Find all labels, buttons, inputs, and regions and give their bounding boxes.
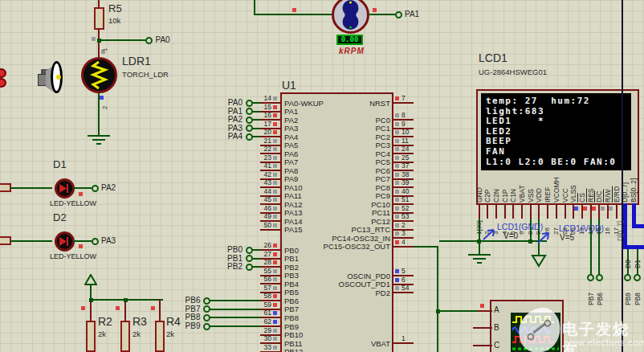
- wire[interactable]: [98, 0, 100, 9]
- wire[interactable]: [437, 246, 438, 313]
- pin-stub[interactable]: [260, 229, 281, 231]
- pin-stub[interactable]: [393, 342, 414, 344]
- lcd-pin-c1n: C1N: [509, 189, 517, 203]
- ground-icon: [86, 135, 112, 151]
- wire[interactable]: [159, 299, 161, 321]
- wire[interactable]: [473, 327, 492, 329]
- terminal-pb7[interactable]: [203, 305, 210, 313]
- wire[interactable]: [437, 310, 438, 352]
- pin-state-square: [273, 173, 277, 177]
- voltage-probe-arrow-icon[interactable]: [482, 227, 498, 244]
- terminal-pb9[interactable]: [624, 274, 631, 281]
- resistor-r5[interactable]: [94, 7, 104, 30]
- r3-ref: R3: [132, 315, 147, 328]
- pin-stub[interactable]: [393, 102, 414, 104]
- wire[interactable]: [124, 299, 126, 321]
- pin-state-square: [395, 147, 399, 151]
- pin-stub[interactable]: [393, 292, 414, 293]
- pin-number: 53: [401, 212, 409, 220]
- torch-adjust-down-knob[interactable]: [0, 78, 6, 88]
- pin-number: 55: [246, 267, 271, 275]
- pin-number: 49: [246, 212, 271, 220]
- pin-stub[interactable]: [487, 204, 488, 219]
- pin-stub[interactable]: [479, 204, 480, 219]
- wire[interactable]: [10, 240, 52, 242]
- terminal-pb9[interactable]: [203, 323, 210, 330]
- wire[interactable]: [10, 187, 52, 189]
- pin-state-square: [574, 207, 578, 211]
- lcd-pin-c2n: C2N: [492, 189, 500, 203]
- junction-dot: [97, 39, 101, 43]
- lcd-pin-vdd: VDD: [535, 188, 543, 203]
- terminal-label: PA1: [212, 107, 243, 116]
- u1-pin-pa8: PA8: [284, 166, 298, 175]
- terminal-pa1[interactable]: [395, 11, 402, 18]
- pin-number: 5: [401, 267, 406, 275]
- terminal-pb8[interactable]: [634, 274, 641, 281]
- resistor-left-d1[interactable]: [0, 183, 11, 192]
- pin-stub[interactable]: [495, 204, 497, 219]
- pin-state-square: [273, 320, 277, 324]
- pin-stub[interactable]: [538, 204, 540, 219]
- ldr1-photoresistor[interactable]: [81, 57, 117, 93]
- lcd-pin-res: RES: [587, 189, 595, 203]
- terminal-pa0[interactable]: [145, 37, 153, 44]
- u1-pin-pc0: PC0: [313, 116, 390, 125]
- motor[interactable]: [332, 0, 369, 34]
- lcd-pin-dc: D/C: [595, 190, 603, 203]
- pin-stub[interactable]: [565, 204, 566, 219]
- wire[interactable]: [100, 39, 146, 41]
- wire[interactable]: [98, 93, 100, 136]
- r2-ref: R2: [98, 315, 112, 328]
- bus-wire[interactable]: [632, 224, 644, 228]
- pin-number: 1: [401, 334, 406, 342]
- lcd-pin-number: 8: [527, 231, 534, 235]
- pin-number: 50: [246, 221, 271, 229]
- voltage-probe-arrow-icon[interactable]: [536, 230, 552, 248]
- torch-adjust-up-knob[interactable]: [0, 68, 6, 78]
- pin-stub[interactable]: [393, 246, 414, 248]
- wire[interactable]: [473, 345, 492, 346]
- terminal-pb6[interactable]: [596, 274, 603, 281]
- resistor-r4[interactable]: [155, 321, 165, 352]
- pin-stub[interactable]: [616, 204, 618, 219]
- wire[interactable]: [73, 240, 92, 242]
- led-d2[interactable]: [55, 231, 75, 252]
- pin-stub[interactable]: [521, 204, 523, 219]
- terminal-label: PA1: [405, 10, 419, 18]
- pin-stub[interactable]: [504, 204, 506, 219]
- resistor-left-d2[interactable]: [0, 236, 11, 245]
- pin-number: 2: [401, 221, 406, 229]
- lcd-pin-c2p: C2P: [483, 189, 491, 203]
- resistor-r2[interactable]: [86, 321, 96, 352]
- pin-stub[interactable]: [530, 204, 532, 219]
- terminal-pa3[interactable]: [92, 238, 99, 245]
- wire[interactable]: [478, 310, 492, 312]
- junction-dot: [436, 309, 440, 313]
- u1-pin-pc10: PC10: [313, 200, 390, 209]
- wire[interactable]: [437, 310, 481, 312]
- wire[interactable]: [254, 14, 332, 15]
- led-d1[interactable]: [55, 178, 75, 199]
- pin-state-square: [395, 139, 399, 143]
- ldr-zigzag-icon: [84, 59, 115, 91]
- pin-stub[interactable]: [547, 204, 548, 219]
- wire[interactable]: [90, 299, 92, 321]
- lcd-bus-pin: BS[0..2]: [630, 178, 638, 203]
- resistor-r3[interactable]: [120, 321, 130, 352]
- terminal-pa2[interactable]: [92, 185, 99, 192]
- wire[interactable]: [369, 14, 395, 15]
- bus-wire[interactable]: [623, 245, 644, 249]
- pin-state-square: [273, 156, 277, 160]
- junction-dot: [124, 298, 128, 302]
- pin-stub[interactable]: [512, 204, 514, 219]
- terminal-pb6[interactable]: [203, 297, 210, 305]
- terminal-pb7[interactable]: [587, 274, 594, 281]
- wire[interactable]: [412, 246, 438, 248]
- pin-state-square: [583, 207, 587, 211]
- terminal-pb8[interactable]: [203, 314, 210, 321]
- u1-pin-pd2: PD2: [313, 289, 390, 297]
- wire[interactable]: [98, 28, 100, 59]
- pin-stub[interactable]: [556, 204, 557, 219]
- wire[interactable]: [73, 187, 92, 189]
